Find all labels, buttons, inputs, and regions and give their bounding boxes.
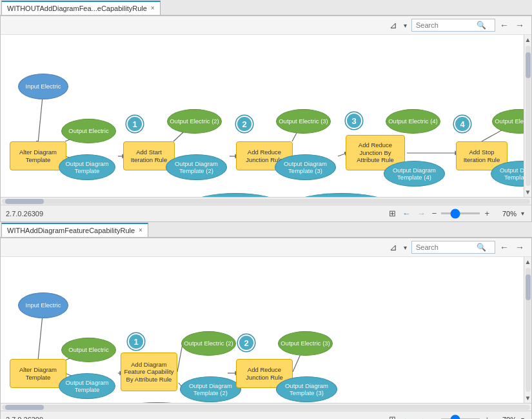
bot-version: 2.7.0.26309 — [6, 416, 43, 420]
node-output_electric_2[interactable]: Output Electric (2) — [167, 109, 222, 134]
nav-prev-bot[interactable]: ← — [400, 414, 413, 419]
tab-without-close[interactable]: × — [151, 5, 155, 12]
node-output_diagram_b1[interactable]: Output Diagram Template — [59, 373, 115, 399]
node-elec_dist_1[interactable]: ElectricDistributionDevice — [193, 193, 277, 197]
node-elec_dist_2[interactable]: ElectricDistributionDevice (2) — [296, 193, 386, 197]
zoom-slider-top[interactable] — [441, 212, 480, 214]
node-output_diagram_4[interactable]: Output Diagram Template (4) — [384, 161, 445, 187]
nav-left-bot[interactable]: ← — [498, 241, 511, 254]
tab-with-close[interactable]: × — [139, 227, 143, 234]
bot-v-scrollbar[interactable]: ▲ ▼ — [524, 257, 531, 403]
search-box-bot: 🔍 — [411, 241, 495, 254]
node-input_electric_top[interactable]: Input Electric — [18, 74, 68, 99]
top-toolbar: ⊿ ▾ 🔍 ← → — [1, 16, 531, 35]
node-elec_dist_b1[interactable]: ElectricDistributionDevice — [115, 402, 199, 403]
fit-icon-bot[interactable]: ⊞ — [387, 414, 398, 419]
top-status-bar: 2.7.0.26309 ⊞ ← → − + 70% ▾ — [1, 205, 531, 221]
nav-next-top[interactable]: → — [415, 208, 428, 219]
nav-right-bot[interactable]: → — [513, 241, 526, 254]
top-tab-bar: WITHOUTAddDiagramFea...eCapabilityRule × — [0, 0, 532, 15]
node-output_electric_b2[interactable]: Output Electric (2) — [181, 331, 236, 356]
node-output_diagram_2[interactable]: Output Diagram Template (2) — [166, 154, 227, 180]
nav-prev-top[interactable]: ← — [400, 208, 413, 219]
nav-next-bot[interactable]: → — [415, 414, 428, 419]
node-alter_diagram_b[interactable]: Alter Diagram Template — [10, 359, 66, 388]
badge-4: 4 — [454, 116, 471, 132]
tab-without-label: WITHOUTAddDiagramFea...eCapabilityRule — [7, 5, 147, 12]
search-icon-bot: 🔍 — [477, 243, 486, 252]
search-box-top: 🔍 — [411, 19, 495, 32]
node-alter_diagram[interactable]: Alter Diagram Template — [10, 141, 66, 170]
search-input-top[interactable] — [416, 21, 474, 29]
v-scroll-top-bot[interactable]: ▲ — [524, 257, 531, 267]
zoom-value-bot: 70% — [494, 416, 517, 420]
nav-left-top[interactable]: ← — [498, 19, 511, 32]
zoom-out-bot[interactable]: − — [430, 414, 439, 419]
node-output_electric_b1[interactable]: Output Electric — [61, 338, 116, 362]
node-output_electric_b3[interactable]: Output Electric (3) — [278, 331, 333, 356]
top-h-scrollbar[interactable] — [1, 197, 531, 205]
zoom-in-top[interactable]: + — [482, 208, 491, 219]
badge-2: 2 — [238, 334, 255, 351]
nav-right-top[interactable]: → — [513, 19, 526, 32]
search-input-bot[interactable] — [416, 243, 474, 251]
search-icon-top: 🔍 — [477, 21, 486, 30]
zoom-value-top: 70% — [494, 210, 517, 218]
top-version: 2.7.0.26309 — [6, 210, 43, 218]
v-scroll-bot-bot[interactable]: ▼ — [524, 393, 531, 403]
bottom-tab-bar: WITHAddDiagramFeatureCapabilityRule × — [0, 222, 532, 238]
filter-dropdown-bot[interactable]: ▾ — [402, 243, 409, 252]
filter-dropdown-top[interactable]: ▾ — [402, 21, 409, 30]
tab-without[interactable]: WITHOUTAddDiagramFea...eCapabilityRule × — [1, 1, 161, 15]
bottom-diagram-panel: ⊿ ▾ 🔍 ← → — [0, 238, 532, 419]
tab-with[interactable]: WITHAddDiagramFeatureCapabilityRule × — [1, 223, 148, 237]
top-canvas: Input ElectricOutput ElectricAlter Diagr… — [1, 35, 531, 197]
node-output_electric_4[interactable]: Output Electric (4) — [386, 109, 440, 134]
zoom-out-top[interactable]: − — [430, 208, 439, 219]
filter-icon-bot[interactable]: ⊿ — [388, 241, 399, 254]
top-diagram-panel: ⊿ ▾ 🔍 ← → — [0, 15, 532, 222]
badge-3: 3 — [346, 112, 362, 129]
bot-zoom-controls: ⊞ ← → − + 70% ▾ — [387, 414, 526, 419]
bot-status-bar: 2.7.0.26309 ⊞ ← → − + 70% ▾ — [1, 411, 531, 419]
zoom-dropdown-top[interactable]: ▾ — [519, 209, 526, 218]
node-input_electric_bot[interactable]: Input Electric — [18, 292, 68, 318]
top-v-scrollbar[interactable]: ▲ ▼ — [524, 35, 531, 197]
filter-icon-top[interactable]: ⊿ — [388, 19, 399, 32]
node-output_diagram_b3[interactable]: Output Diagram Template (3) — [276, 376, 337, 402]
svg-line-17 — [177, 344, 182, 372]
badge-1: 1 — [128, 333, 144, 350]
top-zoom-controls: ⊞ ← → − + 70% ▾ — [387, 208, 526, 219]
zoom-dropdown-bot[interactable]: ▾ — [519, 415, 526, 419]
node-output_diagram_b2[interactable]: Output Diagram Template (2) — [180, 376, 241, 402]
node-output_diagram_1[interactable]: Output Diagram Template — [59, 154, 115, 180]
bottom-canvas: Input ElectricOutput ElectricAlter Diagr… — [1, 257, 531, 403]
bottom-toolbar: ⊿ ▾ 🔍 ← → — [1, 238, 531, 257]
tab-with-label: WITHAddDiagramFeatureCapabilityRule — [7, 227, 135, 234]
node-output_electric_1[interactable]: Output Electric — [61, 119, 116, 143]
node-add_diagram_feature[interactable]: Add Diagram Feature Capability By Attrib… — [121, 353, 177, 391]
node-output_diagram_3[interactable]: Output Diagram Template (3) — [275, 154, 336, 180]
badge-2: 2 — [236, 116, 253, 132]
v-scroll-bot-top[interactable]: ▼ — [524, 187, 531, 197]
bot-h-scrollbar[interactable] — [1, 403, 531, 411]
badge-1: 1 — [126, 116, 143, 132]
zoom-in-bot[interactable]: + — [482, 414, 491, 419]
node-output_electric_3[interactable]: Output Electric (3) — [276, 109, 331, 134]
fit-icon-top[interactable]: ⊞ — [387, 208, 398, 219]
v-scroll-top-top[interactable]: ▲ — [524, 35, 531, 45]
